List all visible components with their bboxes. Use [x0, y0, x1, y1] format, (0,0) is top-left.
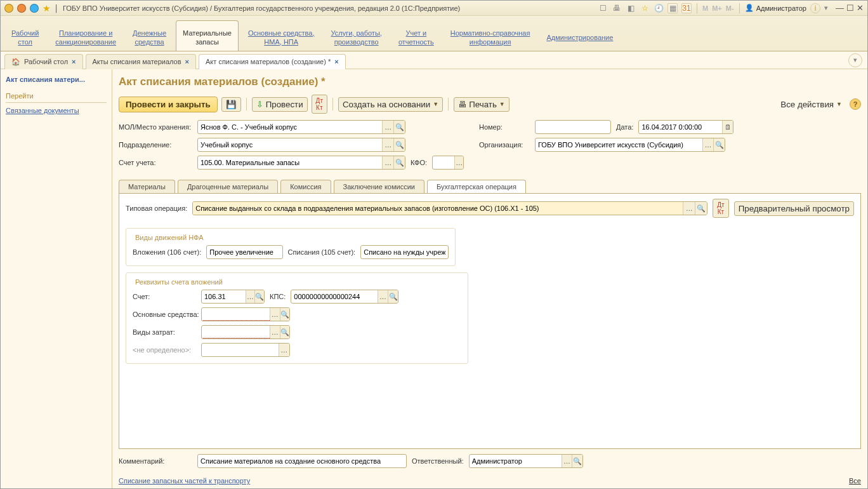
- search-icon[interactable]: 🔍: [713, 138, 725, 151]
- print-button[interactable]: 🖶Печать▼: [454, 97, 510, 112]
- select-icon[interactable]: …: [270, 326, 279, 338]
- doc-tab-desktop[interactable]: 🏠 Рабочий стол ×: [4, 54, 83, 69]
- comment-field[interactable]: [197, 454, 407, 468]
- window-control-icon[interactable]: [4, 4, 13, 13]
- subdiv-field[interactable]: …🔍: [197, 138, 405, 152]
- memory-m[interactable]: M: [702, 4, 708, 12]
- search-icon[interactable]: 🔍: [572, 455, 582, 467]
- history-icon[interactable]: 🕘: [654, 3, 664, 13]
- help-icon[interactable]: ?: [850, 98, 861, 110]
- maximize-icon[interactable]: ☐: [846, 3, 854, 13]
- window-control-icon[interactable]: [30, 4, 39, 13]
- more-tabs-button[interactable]: ▾: [848, 53, 862, 67]
- save-button[interactable]: 💾: [221, 97, 241, 112]
- undef-field[interactable]: …: [201, 343, 290, 357]
- user-chip[interactable]: 👤 Администратор: [745, 4, 806, 12]
- spis-field[interactable]: [360, 245, 449, 259]
- select-icon[interactable]: …: [378, 290, 388, 303]
- select-icon[interactable]: …: [246, 290, 254, 303]
- date-field[interactable]: 🗓: [638, 120, 733, 134]
- separator: [739, 3, 740, 13]
- dropdown-icon[interactable]: ▾: [824, 4, 828, 12]
- dt-kt-button[interactable]: ДтКт: [713, 199, 728, 218]
- calendar-icon[interactable]: 31: [681, 3, 692, 13]
- link-all[interactable]: Все: [849, 477, 861, 485]
- info-icon[interactable]: i: [810, 3, 820, 13]
- link-spare-parts[interactable]: Списание запасных частей к транспорту: [119, 477, 250, 485]
- tab-materials[interactable]: Материалы: [119, 180, 175, 193]
- toolbar-icon[interactable]: ◧: [626, 3, 636, 13]
- mol-field[interactable]: …🔍: [197, 120, 405, 134]
- all-actions-button[interactable]: Все действия▼: [777, 98, 846, 111]
- select-icon[interactable]: …: [562, 455, 572, 467]
- section-tab-reference[interactable]: Нормативно-справочнаяинформация: [444, 20, 537, 51]
- select-icon[interactable]: …: [702, 138, 714, 151]
- close-icon[interactable]: ×: [72, 58, 76, 65]
- label-number: Номер:: [479, 123, 530, 131]
- search-icon[interactable]: 🔍: [280, 326, 289, 338]
- print-icon[interactable]: 🖶: [612, 3, 622, 13]
- section-tab-desktop[interactable]: Рабочийстол: [4, 20, 46, 51]
- section-tab-admin[interactable]: Администрирование: [539, 20, 620, 51]
- section-tab-accounting[interactable]: Учет иотчетность: [391, 20, 441, 51]
- search-icon[interactable]: 🔍: [695, 202, 707, 215]
- account-field[interactable]: …🔍: [197, 156, 405, 170]
- search-icon[interactable]: 🔍: [280, 308, 289, 321]
- window-control-icon[interactable]: [17, 4, 26, 13]
- search-icon[interactable]: 🔍: [388, 290, 398, 303]
- memory-mplus[interactable]: M+: [712, 4, 722, 12]
- sidebar-link-related-docs[interactable]: Связанные документы: [6, 104, 107, 117]
- post-button[interactable]: ⇩Провести: [252, 97, 308, 112]
- search-icon[interactable]: 🔍: [393, 121, 405, 133]
- select-icon[interactable]: …: [382, 138, 393, 151]
- calculator-icon[interactable]: ▦: [667, 3, 678, 13]
- os-field[interactable]: …🔍: [201, 307, 290, 321]
- memory-mminus[interactable]: M-: [726, 4, 734, 12]
- number-field[interactable]: [535, 120, 611, 134]
- close-icon[interactable]: ×: [334, 58, 338, 65]
- favorite-icon[interactable]: ☆: [640, 3, 650, 13]
- label-date: Дата:: [616, 123, 633, 131]
- post-icon: ⇩: [256, 100, 263, 109]
- post-and-close-button[interactable]: Провести и закрыть: [119, 97, 218, 112]
- dt-kt-button[interactable]: ДтКт: [312, 95, 327, 114]
- acct-field[interactable]: …🔍: [201, 290, 265, 304]
- op-type-field[interactable]: …🔍: [192, 201, 707, 215]
- select-icon[interactable]: …: [683, 202, 695, 215]
- tab-accounting-op[interactable]: Бухгалтерская операция: [427, 180, 526, 193]
- search-icon[interactable]: 🔍: [254, 290, 264, 303]
- vidz-field[interactable]: …🔍: [201, 325, 290, 339]
- doc-tab-label: Акт списания материалов (создание) *: [206, 58, 331, 65]
- vloj-field[interactable]: [206, 245, 282, 259]
- org-field[interactable]: …🔍: [535, 138, 725, 152]
- tab-commission[interactable]: Комиссия: [280, 180, 331, 193]
- section-tab-services[interactable]: Услуги, работы,производство: [324, 20, 389, 51]
- doc-tab-acts-list[interactable]: Акты списания материалов ×: [86, 54, 197, 69]
- responsible-field[interactable]: …🔍: [469, 454, 583, 468]
- minimize-icon[interactable]: —: [836, 3, 844, 13]
- select-icon[interactable]: …: [382, 156, 393, 169]
- section-tab-fixed-assets[interactable]: Основные средства,НМА, НПА: [241, 20, 322, 51]
- kfo-field[interactable]: …: [432, 156, 464, 170]
- select-icon[interactable]: …: [279, 344, 289, 356]
- section-tab-cash[interactable]: Денежныесредства: [126, 20, 173, 51]
- toolbar-icon[interactable]: ☐: [598, 3, 608, 13]
- search-icon[interactable]: 🔍: [393, 138, 405, 151]
- kps-field[interactable]: …🔍: [291, 290, 398, 304]
- star-icon[interactable]: ★: [43, 3, 51, 13]
- close-icon[interactable]: ×: [185, 58, 189, 65]
- preview-button[interactable]: Предварительный просмотр: [734, 201, 854, 216]
- section-tab-materials[interactable]: Материальныезапасы: [176, 20, 239, 51]
- select-icon[interactable]: …: [382, 121, 393, 133]
- tab-conclusion[interactable]: Заключение комиссии: [334, 180, 424, 193]
- tab-precious[interactable]: Драгоценные материалы: [178, 180, 278, 193]
- search-icon[interactable]: 🔍: [393, 156, 405, 169]
- calendar-icon[interactable]: 🗓: [722, 121, 733, 133]
- select-icon[interactable]: …: [270, 308, 279, 321]
- create-based-on-button[interactable]: Создать на основании▼: [338, 97, 443, 112]
- section-tab-planning[interactable]: Планирование исанкционирование: [48, 20, 123, 51]
- select-icon[interactable]: …: [454, 156, 463, 169]
- close-icon[interactable]: ✕: [857, 3, 864, 13]
- separator: │: [55, 4, 59, 12]
- doc-tab-act-create[interactable]: Акт списания материалов (создание) * ×: [199, 54, 346, 69]
